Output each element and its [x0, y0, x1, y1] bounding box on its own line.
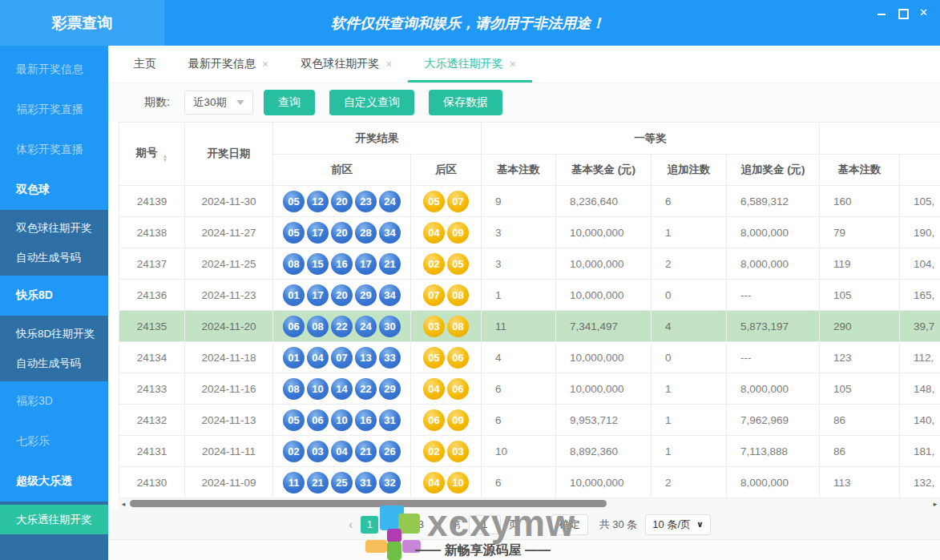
- custom-query-button[interactable]: 自定义查询: [329, 90, 414, 115]
- sidebar-item-kuaile8d-history[interactable]: 快乐8D往期开奖: [0, 319, 108, 348]
- lottery-ball-back: 08: [447, 284, 469, 306]
- cell-extra-prize: 8,000,000: [727, 217, 820, 248]
- group-header-first-prize: 一等奖: [482, 123, 820, 155]
- lottery-ball-front: 34: [379, 284, 401, 306]
- scroll-right-icon[interactable]: ▸: [930, 498, 940, 509]
- cell-back-zone: 0406: [411, 373, 482, 405]
- lottery-ball-front: 23: [355, 191, 377, 212]
- page-number-3[interactable]: 3: [412, 516, 430, 534]
- lottery-ball-front: 24: [379, 191, 401, 212]
- cell-extra-count: 1: [652, 405, 727, 436]
- cell-basic-count: 6: [482, 405, 556, 436]
- lottery-ball-front: 24: [355, 316, 377, 337]
- close-tab-icon[interactable]: ×: [262, 58, 268, 70]
- page-number-2[interactable]: 2: [386, 516, 404, 534]
- cell-extra-count: 0: [652, 342, 727, 373]
- cell-extra-prize: 8,000,000: [727, 467, 820, 498]
- cell-basic-prize: 10,000,000: [556, 248, 652, 280]
- cell-basic-prize: 10,000,000: [556, 342, 652, 373]
- results-table-wrap: 期号▲▼开奖日期开奖结果一等奖前区后区基本注数基本奖金 (元)追加注数追加奖金 …: [119, 122, 940, 498]
- minimize-icon[interactable]: [877, 7, 887, 18]
- cell-back-zone: 0308: [411, 311, 482, 342]
- jump-prefix-label: 第: [450, 518, 461, 532]
- sort-icon[interactable]: ▲▼: [163, 154, 168, 162]
- tab-home[interactable]: 主页: [118, 46, 172, 83]
- cell-extra-count: 1: [652, 217, 727, 248]
- lottery-ball-front: 32: [379, 472, 401, 494]
- tab-dlt-history[interactable]: 大乐透往期开奖×: [408, 46, 531, 83]
- table-row: 241342024-11-1801040713330506410,000,000…: [119, 342, 940, 373]
- close-tab-icon[interactable]: ×: [509, 58, 515, 70]
- sidebar-item-dlt-history[interactable]: 大乐透往期开奖: [0, 505, 108, 534]
- cell-front-zone: 0810142229: [273, 373, 411, 405]
- cell-basic-count: 6: [482, 373, 556, 405]
- tab-ssq-history[interactable]: 双色球往期开奖×: [284, 46, 408, 83]
- horizontal-scrollbar[interactable]: ◂ ▸: [119, 498, 940, 509]
- page-number-1[interactable]: 1: [361, 516, 378, 534]
- query-button[interactable]: 查询: [264, 90, 315, 115]
- confirm-button[interactable]: 确定: [551, 514, 588, 535]
- cell-second-basic-count: 119: [820, 248, 900, 280]
- sidebar-item-super-lotto[interactable]: 超级大乐透: [0, 461, 108, 502]
- cell-extra-prize: 7,962,969: [727, 405, 820, 436]
- lottery-ball-back: 08: [447, 316, 469, 337]
- column-header-date: 开奖日期: [185, 123, 273, 186]
- cell-basic-prize: 10,000,000: [556, 217, 652, 248]
- sidebar-item-shuangseqiu[interactable]: 双色球: [0, 170, 108, 210]
- cell-basic-prize: 8,236,640: [556, 186, 652, 217]
- page-jump-input[interactable]: [469, 515, 501, 534]
- pagination-band: ‹ 123 › 第 页 确定 共 30 条 10 条/页 ∨: [108, 509, 940, 540]
- period-dropdown-value: 近30期: [193, 95, 227, 110]
- cell-extra-prize: 8,000,000: [727, 373, 820, 405]
- lottery-ball-front: 28: [355, 222, 377, 244]
- table-row: 241352024-11-2006082224300308117,341,497…: [119, 311, 940, 342]
- sidebar-item-fucai-live[interactable]: 福彩开奖直播: [0, 90, 108, 130]
- sidebar-item-ticai-live[interactable]: 体彩开奖直播: [0, 130, 108, 170]
- table-row: 241312024-11-1102030421260203108,892,360…: [119, 436, 940, 467]
- close-tab-icon[interactable]: ×: [385, 58, 392, 70]
- cell-second-basic-prize: 181,: [900, 436, 940, 467]
- cell-back-zone: 0203: [411, 436, 482, 467]
- save-data-button[interactable]: 保存数据: [429, 90, 502, 115]
- lottery-ball-back: 05: [423, 191, 445, 212]
- close-icon[interactable]: ✕: [918, 7, 929, 18]
- scrollbar-thumb[interactable]: [130, 500, 607, 507]
- scroll-left-icon[interactable]: ◂: [119, 498, 128, 509]
- sidebar-item-kuaile8d[interactable]: 快乐8D: [0, 276, 108, 316]
- column-header-second-basic-count: 基本注数: [820, 155, 900, 186]
- period-dropdown[interactable]: 近30期: [184, 91, 253, 115]
- cell-front-zone: 0512202324: [273, 186, 411, 217]
- cell-front-zone: 0117202934: [273, 280, 411, 311]
- table-row: 241302024-11-0911212531320410610,000,000…: [119, 467, 940, 498]
- sidebar-item-fucai3d[interactable]: 福彩3D: [0, 381, 108, 421]
- column-label: 开奖日期: [208, 147, 251, 159]
- cell-date: 2024-11-16: [185, 373, 273, 405]
- maximize-icon[interactable]: [898, 7, 908, 18]
- prev-page-icon[interactable]: ‹: [349, 518, 353, 532]
- results-table: 期号▲▼开奖日期开奖结果一等奖前区后区基本注数基本奖金 (元)追加注数追加奖金 …: [119, 122, 940, 498]
- sidebar-item-latest-results[interactable]: 最新开奖信息: [0, 50, 108, 90]
- page-size-select[interactable]: 10 条/页 ∨: [645, 514, 711, 535]
- cell-front-zone: 0506101631: [273, 405, 411, 436]
- cell-second-basic-count: 113: [820, 467, 900, 498]
- cell-second-basic-count: 105: [820, 373, 900, 405]
- lottery-ball-back: 05: [423, 347, 445, 369]
- banner-text: 软件仅供查询和娱乐，请勿用于非法用途！: [164, 0, 772, 46]
- cell-second-basic-prize: 190,: [900, 217, 940, 248]
- cell-second-basic-count: 290: [820, 311, 900, 342]
- group-header-second-prize: [820, 123, 940, 155]
- cell-front-zone: 0517202834: [273, 217, 411, 248]
- sidebar-item-qicaile[interactable]: 七彩乐: [0, 421, 108, 461]
- sidebar-item-kuaile8d-generator[interactable]: 自动生成号码: [0, 348, 108, 378]
- cell-date: 2024-11-18: [185, 342, 273, 373]
- sidebar-item-shuangseqiu-generator[interactable]: 自动生成号码: [0, 243, 108, 272]
- sidebar-item-shuangseqiu-history[interactable]: 双色球往期开奖: [0, 213, 108, 243]
- cell-second-basic-prize: 112,: [900, 342, 940, 373]
- chevron-down-icon: ∨: [696, 519, 704, 530]
- cell-extra-count: 2: [652, 248, 727, 280]
- cell-basic-count: 9: [482, 186, 556, 217]
- table-header: 期号▲▼开奖日期开奖结果一等奖前区后区基本注数基本奖金 (元)追加注数追加奖金 …: [119, 123, 940, 186]
- lottery-ball-front: 05: [283, 409, 305, 431]
- tab-latest[interactable]: 最新开奖信息×: [172, 46, 284, 83]
- next-page-icon[interactable]: ›: [438, 518, 442, 532]
